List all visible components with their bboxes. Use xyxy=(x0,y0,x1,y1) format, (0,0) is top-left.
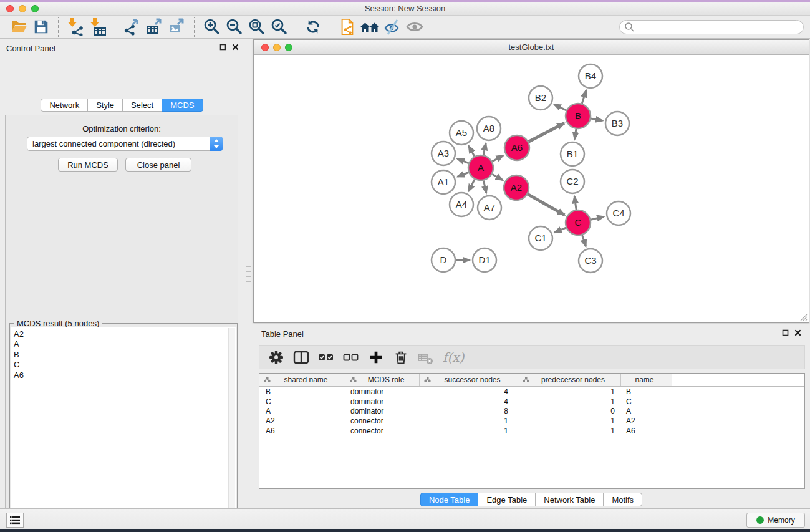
graph-edge-A-A1[interactable] xyxy=(457,173,468,177)
graph-edge-A-A3[interactable] xyxy=(457,159,468,163)
save-session-button[interactable] xyxy=(30,16,52,37)
cell-name[interactable]: C xyxy=(621,397,672,406)
column-header-mcds-role[interactable]: MCDS role xyxy=(345,374,420,386)
tab-mcds[interactable]: MCDS xyxy=(162,99,203,112)
graph-edge-C-C4[interactable] xyxy=(591,216,604,220)
cell-mcds-role[interactable]: dominator xyxy=(345,397,420,406)
export-network-button[interactable] xyxy=(121,16,143,37)
browse-columns-button[interactable] xyxy=(291,347,312,367)
hide-graphics-details-button[interactable] xyxy=(381,16,403,37)
optimization-select[interactable]: largest connected component (directed) xyxy=(27,137,223,151)
table-row[interactable]: Cdominator41C xyxy=(259,397,804,407)
graph-edge-A-A5[interactable] xyxy=(469,146,475,157)
resize-grip-icon[interactable] xyxy=(799,312,808,321)
cell-successor-nodes[interactable]: 4 xyxy=(420,397,518,406)
graph-edge-B-B2[interactable] xyxy=(554,104,566,110)
tab-edge-table[interactable]: Edge Table xyxy=(478,493,536,506)
result-item-b[interactable]: B xyxy=(11,350,236,360)
graph-edge-C-C2[interactable] xyxy=(574,196,576,210)
column-header-shared-name[interactable]: shared name xyxy=(259,374,345,386)
graph-edge-A-A4[interactable] xyxy=(468,180,475,191)
delete-column-button[interactable] xyxy=(390,347,412,367)
table-row[interactable]: Adominator80A xyxy=(259,406,804,416)
cell-predecessor-nodes[interactable]: 1 xyxy=(518,387,621,396)
select-all-checks-button[interactable] xyxy=(316,347,337,367)
delete-table-button[interactable] xyxy=(415,347,436,367)
graph-edge-A-A8[interactable] xyxy=(483,143,486,155)
cell-successor-nodes[interactable]: 8 xyxy=(420,407,518,415)
close-window-button[interactable] xyxy=(6,5,14,12)
network-canvas[interactable]: AA1A2A3A4A5A6A7A8BB1B2B3B4CC1C2C3C4DD1 xyxy=(254,55,809,322)
graph-edge-C-C3[interactable] xyxy=(582,235,586,246)
cell-shared-name[interactable]: A xyxy=(259,407,345,415)
zoom-selected-button[interactable] xyxy=(268,16,290,37)
memory-button[interactable]: Memory xyxy=(746,513,805,528)
graph-edge-B-B1[interactable] xyxy=(575,129,576,139)
graph-edge-C-C1[interactable] xyxy=(554,228,566,233)
zoom-fit-button[interactable] xyxy=(245,16,268,37)
cell-mcds-role[interactable]: connector xyxy=(345,417,420,425)
export-image-button[interactable] xyxy=(166,16,188,37)
tab-network-table[interactable]: Network Table xyxy=(535,493,604,506)
cell-mcds-role[interactable]: connector xyxy=(345,427,420,435)
cell-predecessor-nodes[interactable]: 1 xyxy=(518,427,621,435)
graph-edge-B-B4[interactable] xyxy=(582,90,586,104)
column-header-predecessor-nodes[interactable]: predecessor nodes xyxy=(518,374,621,386)
table-row[interactable]: A2connector11A2 xyxy=(259,416,804,426)
deselect-all-checks-button[interactable] xyxy=(340,347,362,367)
graph-edge-A-A6[interactable] xyxy=(492,155,503,162)
tab-network[interactable]: Network xyxy=(41,99,88,112)
cell-shared-name[interactable]: A2 xyxy=(259,417,345,425)
graph-edge-A-A7[interactable] xyxy=(483,181,486,193)
table-row[interactable]: Bdominator41B xyxy=(259,387,804,397)
import-network-button[interactable] xyxy=(64,16,87,37)
cell-shared-name[interactable]: B xyxy=(259,387,345,396)
search-input[interactable] xyxy=(635,21,803,32)
zoom-in-button[interactable] xyxy=(200,16,223,37)
close-panel-button[interactable]: Close panel xyxy=(125,158,191,172)
tab-motifs[interactable]: Motifs xyxy=(603,493,642,506)
float-panel-icon[interactable] xyxy=(219,44,226,51)
run-mcds-button[interactable]: Run MCDS xyxy=(58,158,118,172)
import-table-button[interactable] xyxy=(87,16,109,37)
cell-name[interactable]: A6 xyxy=(621,427,672,435)
show-graphics-details-button[interactable] xyxy=(403,16,426,37)
zoom-window-button[interactable] xyxy=(31,5,39,12)
zoom-out-button[interactable] xyxy=(223,16,245,37)
column-header-name[interactable]: name xyxy=(621,374,672,386)
cell-name[interactable]: B xyxy=(621,387,672,396)
close-panel-icon[interactable] xyxy=(794,329,801,336)
graph-edge-B-B3[interactable] xyxy=(591,118,603,121)
column-header-successor-nodes[interactable]: successor nodes xyxy=(420,374,518,386)
network-views-button[interactable] xyxy=(359,16,381,37)
network-minimize-button[interactable] xyxy=(273,44,281,51)
task-history-button[interactable] xyxy=(6,513,24,528)
result-item-a[interactable]: A xyxy=(11,339,236,349)
result-item-a6[interactable]: A6 xyxy=(11,370,236,380)
cell-successor-nodes[interactable]: 4 xyxy=(420,387,518,396)
splitter-grip[interactable] xyxy=(246,264,251,282)
refresh-button[interactable] xyxy=(302,16,324,37)
network-window-titlebar[interactable]: testGlobe.txt xyxy=(254,40,809,55)
cell-name[interactable]: A xyxy=(621,407,672,415)
gear-button[interactable] xyxy=(266,347,287,367)
result-item-c[interactable]: C xyxy=(11,360,236,370)
tab-style[interactable]: Style xyxy=(87,99,123,112)
cell-predecessor-nodes[interactable]: 0 xyxy=(518,407,621,415)
network-close-button[interactable] xyxy=(261,44,269,51)
cell-shared-name[interactable]: C xyxy=(259,397,345,406)
cell-predecessor-nodes[interactable]: 1 xyxy=(518,397,621,406)
result-item-a2[interactable]: A2 xyxy=(11,329,236,339)
cell-name[interactable]: A2 xyxy=(621,417,672,425)
table-row[interactable]: A6connector11A6 xyxy=(259,426,804,436)
export-table-button[interactable] xyxy=(143,16,166,37)
float-panel-icon[interactable] xyxy=(782,329,789,336)
cell-mcds-role[interactable]: dominator xyxy=(345,407,420,415)
graph-edge-A6-B[interactable] xyxy=(529,123,564,142)
open-file-button[interactable] xyxy=(7,16,30,37)
tab-node-table[interactable]: Node Table xyxy=(420,493,479,506)
clone-network-button[interactable] xyxy=(336,16,359,37)
cell-predecessor-nodes[interactable]: 1 xyxy=(518,417,621,425)
graph-edge-A2-C[interactable] xyxy=(528,194,564,215)
close-panel-icon[interactable] xyxy=(232,44,239,51)
